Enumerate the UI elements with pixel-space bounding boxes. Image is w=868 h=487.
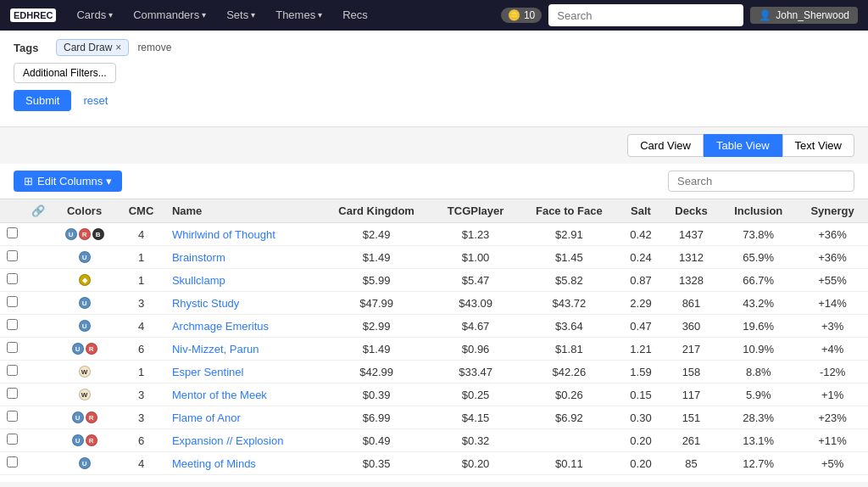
card-cmc: 4 bbox=[117, 315, 165, 338]
user-menu[interactable]: 👤 John_Sherwood bbox=[750, 7, 858, 24]
attach-icon bbox=[25, 452, 52, 475]
table-row: U4Archmage Emeritus$2.99$4.67$3.640.4736… bbox=[0, 315, 868, 338]
card-colors: U bbox=[52, 452, 117, 475]
card-name[interactable]: Esper Sentinel bbox=[165, 361, 321, 383]
table-row: UR6Niv-Mizzet, Parun$1.49$0.96$1.811.212… bbox=[0, 338, 868, 361]
card-decks: 1328 bbox=[663, 269, 721, 292]
attach-icon bbox=[25, 269, 52, 292]
card-inclusion: 43.2% bbox=[720, 292, 797, 315]
card-name[interactable]: Flame of Anor bbox=[165, 406, 321, 429]
row-checkbox[interactable] bbox=[0, 406, 25, 429]
table-search-input[interactable] bbox=[668, 171, 854, 192]
card-salt: 0.20 bbox=[619, 429, 662, 452]
card-salt: 0.20 bbox=[619, 452, 662, 475]
row-checkbox[interactable] bbox=[0, 223, 25, 246]
filter-area: Tags Card Draw × remove Additional Filte… bbox=[0, 31, 868, 127]
card-inclusion: 13.1% bbox=[720, 429, 797, 452]
tag-remove-icon[interactable]: × bbox=[115, 42, 121, 53]
card-name[interactable]: Archmage Emeritus bbox=[165, 315, 321, 338]
row-checkbox[interactable] bbox=[0, 269, 25, 292]
blue-mana-icon: U bbox=[72, 411, 84, 423]
card-inclusion: 65.9% bbox=[720, 246, 797, 269]
table-row: U1Brainstorm$1.49$1.00$1.450.24131265.9%… bbox=[0, 246, 868, 269]
card-salt: 0.47 bbox=[619, 315, 662, 338]
card-colors: U bbox=[52, 315, 117, 338]
remove-all-button[interactable]: remove bbox=[137, 42, 171, 53]
card-name[interactable]: Whirlwind of Thought bbox=[165, 223, 321, 246]
card-cmc: 6 bbox=[117, 338, 165, 361]
table-row: URB4Whirlwind of Thought$2.49$1.23$2.910… bbox=[0, 223, 868, 246]
table-toolbar: ⊞ Edit Columns ▾ bbox=[0, 164, 868, 199]
card-cmc: 1 bbox=[117, 361, 165, 383]
card-salt: 0.30 bbox=[619, 406, 662, 429]
attach-icon bbox=[25, 338, 52, 361]
white-mana-icon: W bbox=[79, 366, 91, 378]
card-decks: 360 bbox=[663, 315, 721, 338]
card-name[interactable]: Meeting of Minds bbox=[165, 452, 321, 475]
col-decks: Decks bbox=[663, 199, 721, 223]
chevron-down-icon: ▾ bbox=[202, 0, 206, 31]
nav-cards[interactable]: Cards ▾ bbox=[70, 0, 120, 31]
blue-mana-icon: U bbox=[79, 320, 91, 332]
card-tcgplayer: $0.32 bbox=[432, 429, 520, 452]
coin-counter: 🪙 10 bbox=[501, 8, 542, 23]
card-name[interactable]: Expansion // Explosion bbox=[165, 429, 321, 452]
chevron-down-icon: ▾ bbox=[251, 0, 255, 31]
additional-filters-button[interactable]: Additional Filters... bbox=[14, 63, 116, 83]
card-tcgplayer: $33.47 bbox=[432, 361, 520, 383]
blue-mana-icon: U bbox=[79, 457, 91, 469]
brand-logo: EDHREC bbox=[10, 8, 56, 22]
card-view-button[interactable]: Card View bbox=[627, 134, 704, 157]
card-face-to-face: $6.92 bbox=[519, 406, 619, 429]
user-icon: 👤 bbox=[759, 9, 771, 21]
card-face-to-face: $1.81 bbox=[519, 338, 619, 361]
card-inclusion: 12.7% bbox=[720, 452, 797, 475]
card-tcgplayer: $0.96 bbox=[432, 338, 520, 361]
row-checkbox[interactable] bbox=[0, 315, 25, 338]
blue-mana-icon: U bbox=[79, 297, 91, 309]
card-inclusion: 10.9% bbox=[720, 338, 797, 361]
cards-table: 🔗 Colors CMC Name Card Kingdom TCGPlayer… bbox=[0, 199, 868, 475]
card-name[interactable]: Skullclamp bbox=[165, 269, 321, 292]
row-checkbox[interactable] bbox=[0, 361, 25, 383]
table-row: U4Meeting of Minds$0.35$0.20$0.110.20851… bbox=[0, 452, 868, 475]
card-name[interactable]: Brainstorm bbox=[165, 246, 321, 269]
col-colors: Colors bbox=[52, 199, 117, 223]
nav-sets[interactable]: Sets ▾ bbox=[220, 0, 262, 31]
row-checkbox[interactable] bbox=[0, 383, 25, 406]
table-view-button[interactable]: Table View bbox=[704, 134, 782, 157]
text-view-button[interactable]: Text View bbox=[782, 134, 854, 157]
col-face-to-face: Face to Face bbox=[519, 199, 619, 223]
card-colors: UR bbox=[52, 429, 117, 452]
nav-themes[interactable]: Themes ▾ bbox=[269, 0, 329, 31]
blue-mana-icon: U bbox=[65, 228, 77, 240]
row-checkbox[interactable] bbox=[0, 292, 25, 315]
nav-search-input[interactable] bbox=[548, 4, 743, 26]
card-name[interactable]: Niv-Mizzet, Parun bbox=[165, 338, 321, 361]
card-name[interactable]: Mentor of the Meek bbox=[165, 383, 321, 406]
card-cmc: 1 bbox=[117, 246, 165, 269]
card-inclusion: 5.9% bbox=[720, 383, 797, 406]
card-tcgplayer: $43.09 bbox=[432, 292, 520, 315]
card-name[interactable]: Rhystic Study bbox=[165, 292, 321, 315]
row-checkbox[interactable] bbox=[0, 429, 25, 452]
card-cmc: 1 bbox=[117, 269, 165, 292]
row-checkbox[interactable] bbox=[0, 246, 25, 269]
row-checkbox[interactable] bbox=[0, 452, 25, 475]
reset-button[interactable]: reset bbox=[80, 90, 111, 111]
card-synergy: +4% bbox=[797, 338, 868, 361]
row-checkbox[interactable] bbox=[0, 338, 25, 361]
card-inclusion: 66.7% bbox=[720, 269, 797, 292]
col-card-kingdom: Card Kingdom bbox=[320, 199, 431, 223]
card-cmc: 4 bbox=[117, 223, 165, 246]
black-mana-icon: B bbox=[92, 228, 104, 240]
card-draw-tag[interactable]: Card Draw × bbox=[56, 39, 129, 56]
blue-mana-icon: U bbox=[72, 343, 84, 355]
nav-commanders[interactable]: Commanders ▾ bbox=[126, 0, 213, 31]
card-card-kingdom: $5.99 bbox=[320, 269, 431, 292]
submit-button[interactable]: Submit bbox=[14, 90, 71, 111]
edit-columns-button[interactable]: ⊞ Edit Columns ▾ bbox=[14, 171, 122, 192]
gold-mana-icon: ◆ bbox=[79, 274, 91, 286]
nav-recs[interactable]: Recs bbox=[336, 0, 375, 31]
card-synergy: -12% bbox=[797, 361, 868, 383]
